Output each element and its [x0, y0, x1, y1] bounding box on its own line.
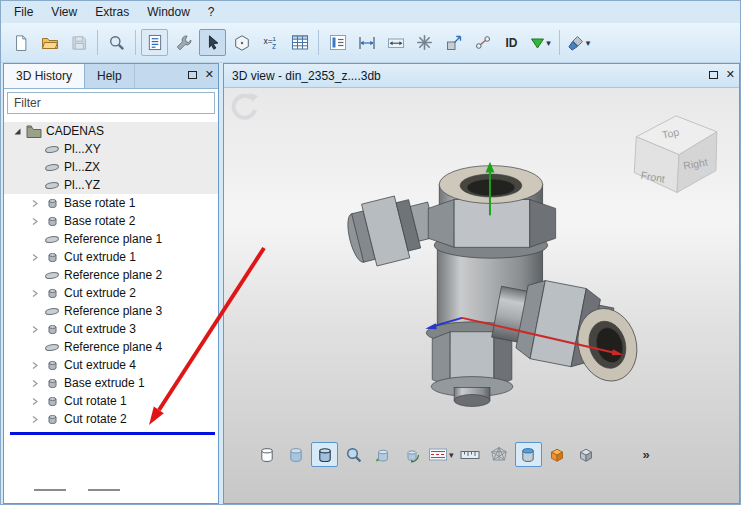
snap-points-button[interactable] [411, 29, 438, 56]
viewport-3d[interactable]: Top Front Right [224, 88, 739, 503]
view-rotate-button[interactable] [398, 442, 425, 467]
resize-grip[interactable] [88, 489, 120, 491]
chevron-right-icon[interactable] [28, 415, 42, 424]
display-shaded-edges-button[interactable] [311, 442, 338, 467]
chevron-right-icon[interactable] [28, 253, 42, 262]
tree-item-reference-plane-2[interactable]: Reference plane 2 [4, 266, 218, 284]
tree-item-base-rotate-2[interactable]: Base rotate 2 [4, 212, 218, 230]
section-view-button[interactable]: ▾ [427, 442, 455, 467]
bounding-box-button[interactable] [544, 442, 571, 467]
open-folder-icon [41, 35, 59, 51]
tree-item-pl-xy[interactable]: Pl...XY [4, 140, 218, 158]
main-toolbar: x=z1ID▾▾ [1, 23, 740, 63]
app-window: FileViewExtrasWindow? x=z1ID▾▾ 3D Histor… [0, 0, 741, 505]
transform-button[interactable] [440, 29, 467, 56]
measure-button[interactable] [457, 442, 484, 467]
feature-icon [42, 377, 62, 390]
toolbar-overflow-button[interactable]: » [643, 447, 650, 462]
resize-grip[interactable] [34, 489, 66, 491]
dropdown-caret-icon[interactable]: ▾ [449, 450, 454, 460]
tree-label: Pl...YZ [62, 178, 100, 192]
open-file-button[interactable] [36, 29, 63, 56]
tree-item-base-rotate-1[interactable]: Base rotate 1 [4, 194, 218, 212]
tree-item-reference-plane-4[interactable]: Reference plane 4 [4, 338, 218, 356]
new-document-button[interactable] [7, 29, 34, 56]
tree-label: Cut rotate 1 [62, 394, 127, 408]
menu-item-help[interactable]: ? [199, 2, 224, 22]
tree-item-reference-plane-3[interactable]: Reference plane 3 [4, 302, 218, 320]
menu-item-file[interactable]: File [5, 2, 42, 22]
close-view-icon[interactable]: ✕ [726, 69, 735, 80]
chevron-right-icon[interactable] [28, 325, 42, 334]
maximize-view-icon[interactable] [709, 71, 718, 79]
filter-input[interactable] [7, 92, 215, 114]
view-iso-button[interactable] [369, 442, 396, 467]
chevron-right-icon[interactable] [28, 361, 42, 370]
tree-item-cut-rotate-1[interactable]: Cut rotate 1 [4, 392, 218, 410]
drop-indicator-line [10, 432, 215, 435]
3d-scene[interactable]: Top Front Right [224, 88, 739, 503]
tree-item-cut-extrude-3[interactable]: Cut extrude 3 [4, 320, 218, 338]
tab-3d-history[interactable]: 3D History [4, 64, 85, 88]
panel-resize-grips[interactable] [34, 489, 120, 491]
history-tree: CADENASPl...XYPl...ZXPl...YZBase rotate … [4, 120, 218, 453]
solid-view-button[interactable] [573, 442, 600, 467]
save-button[interactable] [65, 29, 92, 56]
3d-model[interactable] [342, 166, 645, 407]
highlight-faces-button[interactable] [515, 442, 542, 467]
history-panel: 3D History Help ✕ CADENASPl...XYPl...ZXP… [3, 63, 219, 504]
tree-item-reference-plane-1[interactable]: Reference plane 1 [4, 230, 218, 248]
dimension-button[interactable] [353, 29, 380, 56]
close-panel-icon[interactable]: ✕ [205, 69, 214, 80]
tessellation-button[interactable] [486, 442, 513, 467]
tree-item-cut-extrude-1[interactable]: Cut extrude 1 [4, 248, 218, 266]
tree-label: Pl...ZX [62, 160, 100, 174]
float-panel-icon[interactable] [188, 71, 197, 79]
tree-item-cut-extrude-2[interactable]: Cut extrude 2 [4, 284, 218, 302]
chevron-right-icon[interactable] [28, 199, 42, 208]
cleanup-button[interactable]: ▾ [565, 29, 592, 56]
dropdown-caret-icon[interactable]: ▾ [586, 38, 591, 48]
menu-item-extras[interactable]: Extras [86, 2, 138, 22]
ruler-icon [460, 448, 480, 462]
tree-item-base-extrude-1[interactable]: Base extrude 1 [4, 374, 218, 392]
tab-help[interactable]: Help [85, 64, 135, 88]
chevron-right-icon[interactable] [28, 379, 42, 388]
tree-item-cut-rotate-2[interactable]: Cut rotate 2 [4, 410, 218, 428]
id-mode-button[interactable]: ID [498, 29, 525, 56]
menu-item-window[interactable]: Window [138, 2, 199, 22]
tree-item-cut-extrude-4[interactable]: Cut extrude 4 [4, 356, 218, 374]
select-tool-button[interactable] [199, 29, 226, 56]
chevron-right-icon[interactable] [28, 217, 42, 226]
variable-manager-button[interactable] [170, 29, 197, 56]
zoom-fit-icon [345, 446, 363, 464]
expander-down-icon[interactable] [10, 127, 24, 136]
dimension-2-button[interactable] [382, 29, 409, 56]
view-toolbar: ▾ » [252, 442, 650, 467]
zoom-fit-button[interactable] [340, 442, 367, 467]
cyl-top-blue-icon [519, 446, 537, 464]
sketch-button[interactable] [228, 29, 255, 56]
release-check-button[interactable]: ▾ [527, 29, 554, 56]
feature-icon [42, 323, 62, 336]
value-table-button[interactable] [286, 29, 313, 56]
feature-icon [42, 395, 62, 408]
tree-item-cadenas[interactable]: CADENAS [4, 122, 218, 140]
green-triangle-icon [530, 36, 545, 50]
dropdown-caret-icon[interactable]: ▾ [546, 38, 551, 48]
formula-editor-button[interactable]: x=z1 [257, 29, 284, 56]
transform-icon [445, 34, 463, 52]
menu-item-view[interactable]: View [42, 2, 86, 22]
nav-cube[interactable]: Top Front Right [634, 116, 717, 193]
display-wireframe-button[interactable] [253, 442, 280, 467]
display-shaded-button[interactable] [282, 442, 309, 467]
chevron-right-icon[interactable] [28, 397, 42, 406]
value-range-button[interactable] [324, 29, 351, 56]
chevron-right-icon[interactable] [28, 289, 42, 298]
connection-points-button[interactable] [469, 29, 496, 56]
history-panel-button[interactable] [141, 29, 168, 56]
zoom-button[interactable] [103, 29, 130, 56]
tree-item-pl-yz[interactable]: Pl...YZ [4, 176, 218, 194]
tree-item-pl-zx[interactable]: Pl...ZX [4, 158, 218, 176]
tree-label: Cut extrude 3 [62, 322, 136, 336]
